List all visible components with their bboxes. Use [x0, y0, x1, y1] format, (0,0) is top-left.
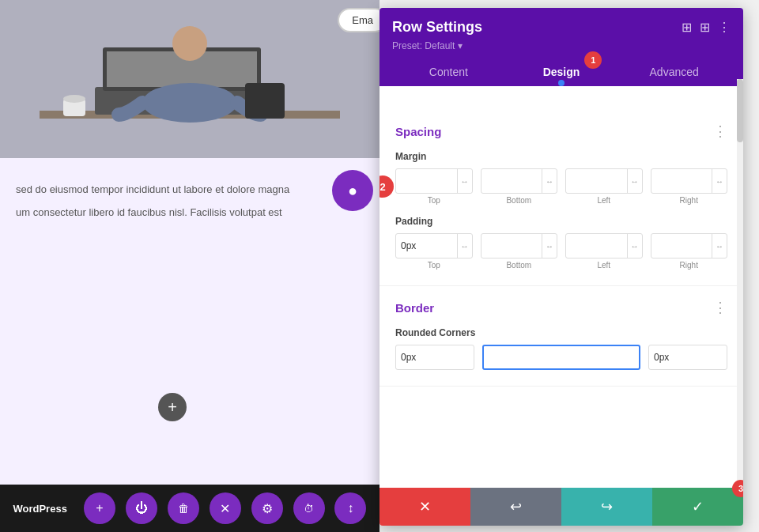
svg-point-8 — [63, 95, 85, 103]
toolbar-history-button[interactable]: ⏱ — [293, 492, 325, 524]
margin-right-label: Right — [680, 196, 698, 205]
panel-body: Spacing ⋮ Margin ↔ Top ↔ — [380, 86, 743, 488]
padding-top-label: Top — [428, 261, 440, 270]
margin-bottom-input[interactable] — [481, 172, 542, 190]
margin-label: Margin — [395, 151, 727, 162]
corner-center-input[interactable] — [484, 349, 639, 366]
corner-tr-group — [648, 345, 727, 370]
tab-advanced[interactable]: Advanced — [617, 58, 731, 86]
panel-footer: ✕ ↩ ↪ ✓ 3 — [380, 488, 743, 526]
border-section: Border ⋮ Rounded Corners — [380, 286, 743, 387]
margin-bottom-link-icon[interactable]: ↔ — [542, 169, 557, 193]
margin-left-group: ↔ Left — [565, 168, 643, 205]
rounded-corner-inputs — [395, 345, 727, 370]
resize-icon[interactable]: ⊞ — [682, 20, 692, 35]
corner-tl-group — [395, 345, 474, 370]
margin-inputs: ↔ Top ↔ Bottom 2 ↔ — [395, 168, 727, 205]
svg-rect-9 — [245, 83, 285, 119]
email-cta[interactable]: Ema — [338, 8, 380, 32]
margin-bottom-group: ↔ Bottom — [481, 168, 558, 205]
redo-button[interactable]: ↪ — [561, 488, 652, 526]
toolbar-responsive-button[interactable]: ↕ — [334, 492, 366, 524]
border-title: Border — [395, 301, 434, 315]
border-menu-icon[interactable]: ⋮ — [713, 299, 727, 316]
background-photo — [0, 0, 380, 158]
padding-right-input[interactable] — [651, 237, 712, 255]
padding-left-link-icon[interactable]: ↔ — [627, 234, 642, 258]
toolbar-add-button[interactable]: + — [84, 492, 115, 524]
padding-bottom-link-icon[interactable]: ↔ — [542, 234, 557, 258]
margin-bottom-input-pair: ↔ — [481, 168, 558, 194]
margin-top-group: ↔ Top — [395, 168, 473, 205]
corner-tr-input-pair — [648, 345, 727, 370]
margin-left-link-icon[interactable]: ↔ — [627, 169, 642, 193]
padding-top-input[interactable] — [396, 237, 457, 255]
preset-selector[interactable]: Preset: Default ▾ — [392, 40, 731, 51]
corner-tr-input[interactable] — [649, 349, 727, 366]
design-tab-badge: 1 — [584, 51, 602, 69]
padding-label: Padding — [395, 216, 727, 227]
tab-content[interactable]: Content — [392, 58, 505, 86]
more-options-icon[interactable]: ⋮ — [718, 20, 731, 35]
spacing-menu-icon[interactable]: ⋮ — [713, 123, 727, 140]
padding-left-group: ↔ Left — [565, 233, 643, 270]
body-paragraph-1: sed do eiusmod tempor incididunt ut labo… — [16, 182, 364, 198]
padding-bottom-input[interactable] — [481, 237, 542, 255]
undo-button[interactable]: ↩ — [470, 488, 561, 526]
padding-inputs: ↔ Top ↔ Bottom ↔ Left — [395, 233, 727, 270]
margin-top-label: Top — [428, 196, 440, 205]
margin-left-input-pair: ↔ — [565, 168, 643, 194]
top-spacer — [380, 86, 743, 110]
margin-right-input[interactable] — [651, 172, 712, 190]
panel-title-icons: ⊞ ⊞ ⋮ — [682, 20, 731, 35]
corner-tl-input-pair — [395, 345, 474, 370]
margin-top-input[interactable] — [396, 172, 457, 190]
svg-point-6 — [172, 26, 207, 61]
panel-title-row: Row Settings ⊞ ⊞ ⋮ — [392, 19, 731, 36]
corner-tl-input[interactable] — [396, 349, 474, 366]
panel-title: Row Settings — [392, 19, 482, 36]
margin-top-link-icon[interactable]: ↔ — [457, 169, 472, 193]
padding-top-group: ↔ Top — [395, 233, 473, 270]
toolbar-trash-button[interactable]: 🗑 — [168, 492, 199, 524]
margin-right-input-pair: ↔ — [651, 168, 728, 194]
page-background: Ema ● sed do eiusmod tempor incididunt u… — [0, 0, 380, 532]
padding-top-input-pair: ↔ — [395, 233, 473, 258]
padding-top-link-icon[interactable]: ↔ — [457, 234, 472, 258]
margin-left-input[interactable] — [566, 172, 627, 190]
padding-bottom-group: ↔ Bottom — [481, 233, 558, 270]
cta-button[interactable]: ● — [332, 170, 373, 211]
body-text: sed do eiusmod tempor incididunt ut labo… — [0, 158, 380, 251]
spacing-section-header: Spacing ⋮ — [395, 123, 727, 140]
padding-right-input-pair: ↔ — [651, 233, 728, 258]
border-section-header: Border ⋮ — [395, 299, 727, 316]
padding-right-link-icon[interactable]: ↔ — [712, 234, 727, 258]
panel-header: Row Settings ⊞ ⊞ ⋮ Preset: Default ▾ Con… — [380, 8, 743, 86]
margin-right-link-icon[interactable]: ↔ — [712, 169, 727, 193]
toolbar-settings-button[interactable]: ⚙ — [251, 492, 283, 524]
panel-tabs: Content Design 1 Advanced — [392, 58, 731, 86]
tab-design[interactable]: Design 1 — [505, 58, 618, 86]
rounded-corners-label: Rounded Corners — [395, 327, 727, 338]
toolbar-power-button[interactable]: ⏻ — [126, 492, 157, 524]
save-button[interactable]: ✓ 3 — [652, 488, 743, 526]
corner-center-group — [482, 345, 640, 370]
add-content-button[interactable]: + — [158, 393, 187, 421]
toolbar-close-button[interactable]: ✕ — [210, 492, 241, 524]
padding-bottom-input-pair: ↔ — [481, 233, 558, 258]
scrollbar-thumb[interactable] — [737, 79, 743, 142]
cancel-button[interactable]: ✕ — [380, 488, 470, 526]
row-settings-panel: Row Settings ⊞ ⊞ ⋮ Preset: Default ▾ Con… — [380, 8, 743, 526]
bottom-toolbar: WordPress + ⏻ 🗑 ✕ ⚙ ⏱ ↕ — [0, 485, 380, 532]
body-paragraph-2: um consectetur libero id faucibus nisl. … — [16, 205, 364, 221]
margin-right-group: ↔ Right — [651, 168, 728, 205]
wordpress-label: WordPress — [13, 503, 66, 515]
spacing-section: Spacing ⋮ Margin ↔ Top ↔ — [380, 110, 743, 286]
padding-left-label: Left — [597, 261, 610, 270]
hero-image — [0, 0, 380, 158]
grid-icon[interactable]: ⊞ — [700, 20, 710, 35]
padding-left-input[interactable] — [566, 237, 627, 255]
svg-point-5 — [142, 83, 237, 123]
padding-left-input-pair: ↔ — [565, 233, 643, 258]
bottom-spacer — [380, 387, 743, 402]
